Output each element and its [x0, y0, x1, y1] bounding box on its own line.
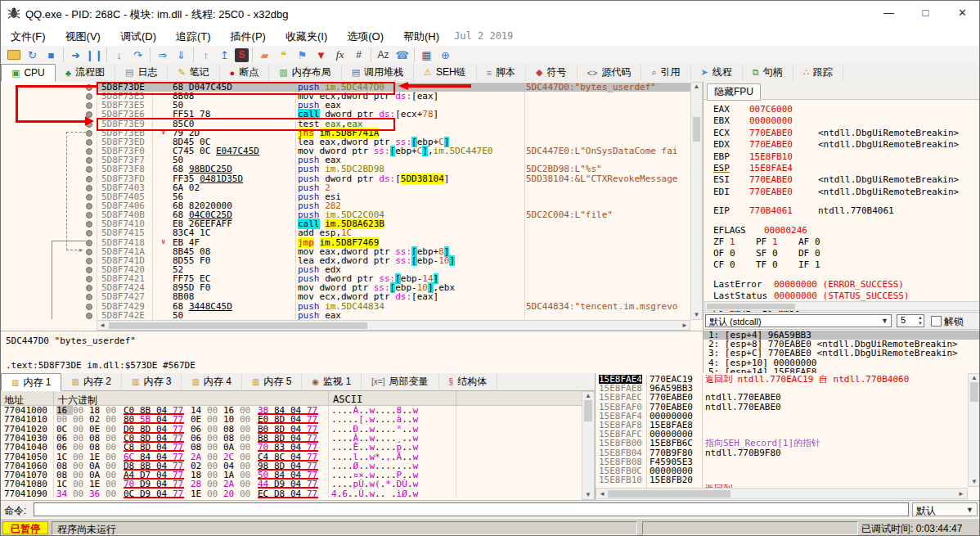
dump-byte[interactable]: 00: [240, 425, 256, 434]
command-input[interactable]: [34, 502, 909, 516]
scylla-icon[interactable]: S: [235, 48, 249, 62]
register-row-ebx[interactable]: EBX00000000: [713, 116, 818, 125]
breakpoint-dot[interactable]: [86, 176, 92, 182]
tab-断点[interactable]: ●断点: [220, 64, 270, 81]
dump-byte[interactable]: 00: [106, 425, 122, 434]
register-row-edx[interactable]: EDX770EABE0<ntdll.DbgUiRemoteBreakin>: [713, 140, 959, 149]
dump-tab-内存 5[interactable]: ▥内存 5: [242, 373, 302, 390]
dump-byte[interactable]: 08: [89, 443, 106, 452]
eflags-row[interactable]: EFLAGS00000246: [713, 226, 807, 235]
register-row-esp[interactable]: ESP15E8FAE4: [713, 164, 818, 173]
dump-byte[interactable]: 00: [106, 480, 122, 489]
dump-byte[interactable]: 20: [223, 489, 240, 498]
register-row-edi[interactable]: EDI770EABE0<ntdll.DbgUiRemoteBreakin>: [713, 187, 959, 196]
flags-row[interactable]: CF 0TF 0IF 1: [713, 260, 841, 269]
breakpoint-dot[interactable]: [86, 212, 92, 218]
breakpoint-dot[interactable]: [86, 249, 92, 255]
breakpoint-dot[interactable]: [86, 304, 92, 310]
attach-icon[interactable]: ↥: [216, 47, 233, 63]
tab-符号[interactable]: ◆符号: [526, 64, 577, 81]
dump-byte[interactable]: 2A: [191, 453, 207, 462]
breakpoint-dot[interactable]: [86, 157, 92, 164]
run-to-return-icon[interactable]: ⇒: [154, 47, 171, 63]
flags-row[interactable]: OF 0SF 0DF 0: [713, 249, 841, 258]
call-arg-row[interactable]: 3: [esp+C] 770EABE0 <ntdll.DbgUiRemoteBr…: [704, 349, 980, 358]
dump-byte[interactable]: 0C: [56, 425, 73, 434]
breakpoint-dot[interactable]: [86, 313, 92, 319]
stack-row[interactable]: 15E8FB0015E8FB6C指向SEH_Record[1]的指针: [596, 439, 968, 448]
spinner-arrows-icon[interactable]: ▲▼: [918, 315, 923, 327]
phone-icon[interactable]: ☎: [393, 47, 411, 63]
breakpoint-dot[interactable]: [86, 130, 92, 137]
dump-byte[interactable]: 10: [223, 415, 240, 424]
dump-byte[interactable]: 36: [89, 489, 106, 498]
dump-tab-内存 3[interactable]: ▥内存 3: [122, 373, 182, 390]
breakpoint-dot[interactable]: [86, 148, 92, 155]
text-case-icon[interactable]: Az: [375, 47, 392, 63]
dump-byte[interactable]: 00: [207, 480, 223, 489]
tab-笔记[interactable]: ✎笔记: [168, 64, 219, 81]
close-button[interactable]: ✕: [944, 1, 980, 25]
arg-count-stepper[interactable]: 5▲▼: [897, 314, 924, 327]
breakpoint-dot[interactable]: [86, 294, 92, 300]
checkbox-icon[interactable]: [931, 316, 942, 327]
stack-row[interactable]: 15E8FAEC770EABE0ntdll.770EABE0: [596, 393, 968, 402]
breakpoint-dot[interactable]: [86, 240, 92, 246]
dump-byte[interactable]: 00: [106, 415, 122, 424]
dump-byte[interactable]: 1C: [56, 480, 73, 489]
dump-byte[interactable]: 0E: [89, 425, 106, 434]
register-row-esi[interactable]: ESI770EABE0<ntdll.DbgUiRemoteBreakin>: [713, 175, 959, 184]
dump-byte[interactable]: 00: [240, 453, 256, 462]
tab-跟踪[interactable]: ∴跟踪: [793, 64, 843, 81]
stack-hscrollbar[interactable]: ◄ ►: [596, 488, 968, 499]
calculator-icon[interactable]: ▦: [418, 47, 435, 63]
last-error-row[interactable]: LastError00000000 (ERROR_SUCCESS): [713, 280, 904, 289]
dump-byte[interactable]: 00: [207, 415, 223, 424]
step-into-icon[interactable]: ↓: [110, 47, 128, 63]
register-row-ecx[interactable]: ECX770EABE0<ntdll.DbgUiRemoteBreakin>: [713, 128, 959, 137]
dump-byte[interactable]: 2A: [223, 480, 240, 489]
tab-日志[interactable]: ▤日志: [115, 64, 168, 81]
dump-row[interactable]: 7704101000000200805B04770E001000E08D0477…: [1, 415, 582, 424]
dump-byte[interactable]: 00: [207, 443, 223, 452]
step-out-icon[interactable]: ↑: [197, 47, 214, 63]
tab-流程图[interactable]: ♣流程图: [56, 64, 115, 81]
call-arg-row[interactable]: 4: [esp+10] 00000000: [704, 358, 980, 367]
open-file-icon[interactable]: [5, 47, 22, 63]
tab-CPU[interactable]: ▣CPU: [1, 64, 56, 82]
disasm-vscrollbar[interactable]: ▲ ▼: [690, 82, 703, 320]
menu-item-视[interactable]: 视图(V): [56, 25, 110, 46]
dump-tab-监视 1[interactable]: ◉监视 1: [302, 373, 362, 390]
tab-线程[interactable]: ➤线程: [691, 64, 743, 81]
dump-byte[interactable]: 00: [73, 489, 89, 498]
dump-byte[interactable]: 00: [240, 415, 256, 424]
menu-item-文[interactable]: 文件(F): [1, 25, 56, 46]
breakpoint-dot[interactable]: [86, 285, 92, 291]
dump-tab-内存 4[interactable]: ▥内存 4: [182, 373, 241, 390]
dump-byte[interactable]: 0E: [191, 415, 207, 424]
breakpoint-dot[interactable]: [86, 93, 92, 100]
dump-tab-局部变量[interactable]: [x=]局部变量: [362, 373, 438, 390]
stack-panel[interactable]: 15E8FAE4770EAC19返回到 ntdll.770EAC19 自 ntd…: [595, 373, 980, 500]
dump-byte[interactable]: 00: [106, 443, 122, 452]
string-refs-icon[interactable]: #: [350, 47, 367, 63]
dump-byte[interactable]: 00: [240, 489, 256, 498]
dump-byte[interactable]: 08: [223, 425, 240, 434]
bookmark-icon[interactable]: ▼: [312, 47, 330, 63]
function-icon[interactable]: fx: [331, 47, 348, 63]
dump-byte[interactable]: 00: [207, 453, 223, 462]
registers-panel[interactable]: 隐藏FPU EAX007C6000EBX00000000ECX770EABE0<…: [703, 82, 980, 373]
patch-icon[interactable]: ▰: [256, 47, 273, 63]
dump-byte[interactable]: 1E: [89, 453, 106, 462]
dump-byte[interactable]: 28: [191, 480, 207, 489]
disasm-hscrollbar[interactable]: ◄ ►: [97, 320, 690, 331]
breakpoint-dot[interactable]: [86, 194, 92, 200]
breakpoint-dot[interactable]: [86, 276, 92, 282]
dump-byte[interactable]: 00: [73, 443, 89, 452]
dump-byte[interactable]: 00: [106, 453, 122, 462]
tab-句柄[interactable]: ⧉句柄: [743, 64, 793, 81]
dump-byte[interactable]: 00: [73, 480, 89, 489]
dump-byte[interactable]: 00: [240, 443, 256, 452]
memory-dump-panel[interactable]: ▥内存 1▥内存 2▥内存 3▥内存 4▥内存 5◉监视 1[x=]局部变量§结…: [1, 373, 595, 500]
run-to-user-code-icon[interactable]: ⇓: [173, 47, 190, 63]
